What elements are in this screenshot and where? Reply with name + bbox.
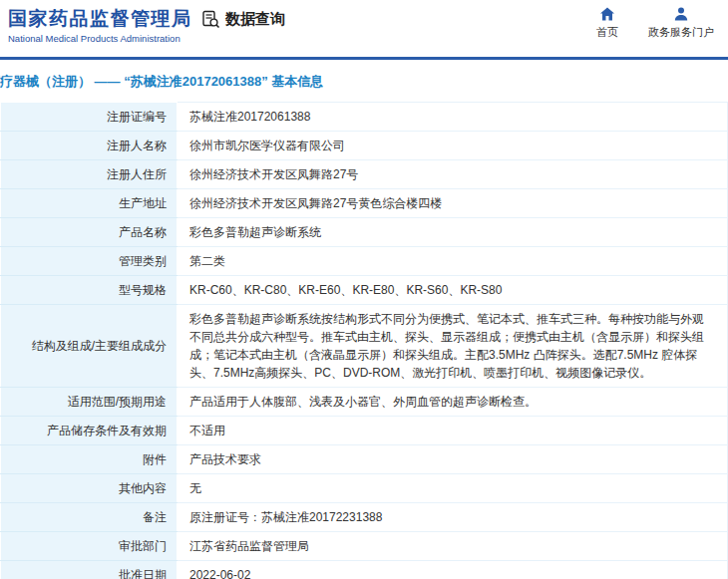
table-row: 其他内容 无 <box>1 474 728 503</box>
row-value: 原注册证号：苏械注准20172231388 <box>178 503 728 532</box>
row-label: 附件 <box>1 445 178 474</box>
row-value: 2022-06-02 <box>178 561 728 579</box>
row-value: 第二类 <box>178 247 728 276</box>
table-row: 结构及组成/主要组成成分 彩色多普勒超声诊断系统按结构形式不同分为便携式、笔记本… <box>1 305 728 388</box>
table-row: 产品储存条件及有效期 不适用 <box>1 417 728 445</box>
row-value: 不适用 <box>178 417 728 445</box>
row-value: 无 <box>178 474 728 503</box>
row-label: 管理类别 <box>1 247 178 276</box>
portal-user-icon <box>673 6 689 22</box>
row-label: 型号规格 <box>1 276 178 305</box>
nav-portal-label: 政务服务门户 <box>648 25 714 40</box>
row-value: 徐州经济技术开发区凤舞路27号 <box>178 160 728 189</box>
row-label: 适用范围/预期用途 <box>1 388 178 417</box>
nav-item-home[interactable]: 首页 <box>596 6 618 40</box>
row-value: 苏械注准20172061388 <box>178 103 728 132</box>
site-logo[interactable]: 国家药品监督管理局 National Medical Products Admi… <box>8 8 192 44</box>
table-row: 批准日期 2022-06-02 <box>1 561 728 579</box>
table-row: 管理类别 第二类 <box>1 247 728 276</box>
row-label: 生产地址 <box>1 189 178 218</box>
table-row: 适用范围/预期用途 产品适用于人体腹部、浅表及小器官、外周血管的超声诊断检查。 <box>1 388 728 417</box>
org-name-en: National Medical Products Administration <box>8 33 192 44</box>
row-label: 批准日期 <box>1 561 178 579</box>
table-row: 附件 产品技术要求 <box>1 445 728 474</box>
title-bar: 医疗器械（注册） —— “苏械注准20172061388” 基本信息 <box>0 60 728 102</box>
row-label: 备注 <box>1 503 178 532</box>
row-value: KR-C60、KR-C80、KR-E60、KR-E80、KR-S60、KR-S8… <box>178 276 728 305</box>
table-row: 型号规格 KR-C60、KR-C80、KR-E60、KR-E80、KR-S60、… <box>1 276 728 305</box>
table-row: 注册人住所 徐州经济技术开发区凤舞路27号 <box>1 160 728 189</box>
table-row: 审批部门 江苏省药品监督管理局 <box>1 532 728 561</box>
row-label: 注册人住所 <box>1 160 178 189</box>
table-row: 注册证编号 苏械注准20172061388 <box>1 103 728 132</box>
row-label: 注册证编号 <box>1 103 178 132</box>
info-table-body: 注册证编号 苏械注准20172061388 注册人名称 徐州市凯尔医学仪器有限公… <box>1 103 728 579</box>
table-row: 注册人名称 徐州市凯尔医学仪器有限公司 <box>1 132 728 160</box>
section-header: 数据查询 <box>201 10 285 29</box>
row-label: 产品储存条件及有效期 <box>1 417 178 445</box>
nav-home-label: 首页 <box>596 25 618 40</box>
nav-item-portal[interactable]: 政务服务门户 <box>648 6 714 40</box>
site-header: 国家药品监督管理局 National Medical Products Admi… <box>0 0 728 57</box>
row-value: 彩色多普勒超声诊断系统按结构形式不同分为便携式、笔记本式、推车式三种。每种按功能… <box>178 305 728 388</box>
data-query-icon <box>201 10 220 29</box>
section-title: 数据查询 <box>225 10 285 29</box>
table-row: 备注 原注册证号：苏械注准20172231388 <box>1 503 728 532</box>
table-row: 生产地址 徐州经济技术开发区凤舞路27号黄色综合楼四楼 <box>1 189 728 218</box>
row-label: 其他内容 <box>1 474 178 503</box>
header-nav: 首页 政务服务门户 <box>596 6 714 40</box>
row-value: 产品技术要求 <box>178 445 728 474</box>
row-label: 注册人名称 <box>1 132 178 160</box>
row-value: 产品适用于人体腹部、浅表及小器官、外周血管的超声诊断检查。 <box>178 388 728 417</box>
page-title: 医疗器械（注册） —— “苏械注准20172061388” 基本信息 <box>0 73 728 91</box>
row-label: 产品名称 <box>1 218 178 247</box>
table-row: 产品名称 彩色多普勒超声诊断系统 <box>1 218 728 247</box>
row-value: 徐州市凯尔医学仪器有限公司 <box>178 132 728 160</box>
row-label: 审批部门 <box>1 532 178 561</box>
home-icon <box>599 6 615 22</box>
row-value: 江苏省药品监督管理局 <box>178 532 728 561</box>
org-name-cn: 国家药品监督管理局 <box>8 8 192 30</box>
row-label: 结构及组成/主要组成成分 <box>1 305 178 388</box>
info-table: 注册证编号 苏械注准20172061388 注册人名称 徐州市凯尔医学仪器有限公… <box>0 102 728 579</box>
row-value: 徐州经济技术开发区凤舞路27号黄色综合楼四楼 <box>178 189 728 218</box>
row-value: 彩色多普勒超声诊断系统 <box>178 218 728 247</box>
